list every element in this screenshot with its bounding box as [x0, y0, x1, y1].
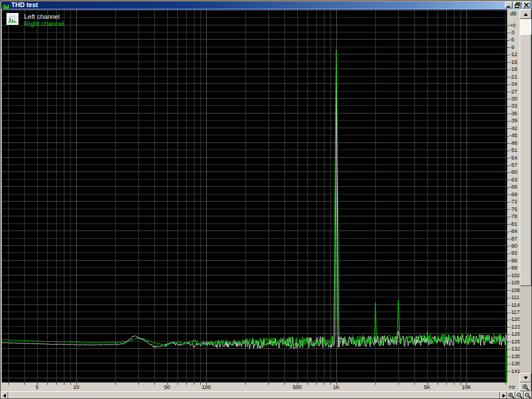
spectrum-plot: Left channel Right channel: [2, 9, 507, 382]
y-axis-tick: [507, 261, 509, 261]
y-axis-tick: [507, 209, 509, 210]
y-axis-label: -42: [510, 126, 517, 131]
window-controls: [505, 2, 530, 8]
y-axis-label: -63: [510, 177, 517, 183]
x-axis-tick: [64, 382, 64, 385]
scroll-right-button[interactable]: [500, 391, 507, 399]
x-axis-tick: [56, 382, 57, 385]
y-axis-tick: [507, 327, 509, 327]
y-axis-tick: [507, 62, 509, 63]
scroll-left-button[interactable]: [1, 391, 8, 399]
spectrum-legend-icon[interactable]: [7, 13, 19, 25]
y-axis-tick: [507, 194, 509, 195]
vertical-zoom-in-button[interactable]: [520, 382, 531, 391]
x-axis-tick: [177, 382, 178, 385]
y-axis-tick: [507, 349, 509, 350]
y-axis-label: -54: [510, 155, 517, 161]
y-axis-label: -66: [510, 184, 517, 190]
y-axis-tick: [507, 99, 509, 99]
y-axis-tick: [507, 70, 509, 70]
y-axis-label: -15: [510, 60, 517, 65]
y-axis-label: -72: [510, 199, 517, 205]
close-icon: [524, 2, 529, 8]
vertical-scroll-track-lower[interactable]: [520, 286, 531, 373]
y-axis-label: -87: [510, 236, 517, 242]
zoom-reset-button[interactable]: [524, 391, 532, 399]
x-axis-tick: [70, 382, 71, 385]
triangle-right-icon: [502, 394, 505, 398]
y-axis-label: -6: [510, 37, 514, 43]
x-axis-tick: [284, 382, 285, 385]
y-axis-label: -93: [510, 251, 517, 256]
y-axis-tick: [507, 121, 509, 122]
y-axis-label: -111: [510, 295, 520, 300]
spectrum-canvas: [2, 9, 507, 382]
y-axis-label: -81: [510, 222, 517, 227]
scroll-up-button[interactable]: [520, 9, 531, 19]
close-button[interactable]: [523, 2, 530, 8]
vertical-scrollbar: [520, 9, 531, 382]
y-axis-label: -75: [510, 207, 517, 212]
y-axis-tick: [507, 166, 509, 166]
x-axis-tick: [115, 382, 116, 385]
y-axis-tick: [507, 77, 509, 77]
y-axis-tick: [507, 40, 509, 41]
y-axis-tick: [507, 320, 509, 320]
horizontal-zoom-in-button[interactable]: [507, 391, 515, 399]
y-axis-tick: [507, 158, 509, 158]
y-axis-tick: [507, 254, 509, 254]
legend: Left channel Right channel: [7, 13, 64, 27]
x-axis-tick: [154, 382, 155, 385]
y-axis-tick: [507, 246, 509, 246]
x-axis-tick: [437, 382, 438, 385]
x-axis-tick: [138, 382, 139, 385]
y-axis-tick: [507, 356, 509, 357]
y-axis-tick: [507, 283, 509, 284]
y-axis-label: -51: [510, 148, 517, 153]
minimize-button[interactable]: [505, 2, 512, 8]
legend-left-channel-label: Left channel: [24, 13, 64, 20]
y-axis-label: -99: [510, 265, 517, 271]
x-axis-tick: [24, 382, 25, 385]
horizontal-scrollbar: [1, 391, 507, 399]
y-axis-label: -69: [510, 192, 517, 197]
y-axis-label: -135: [510, 354, 520, 359]
y-axis-label: -39: [510, 118, 517, 124]
y-axis-label: -132: [510, 346, 520, 352]
restore-button[interactable]: [514, 2, 521, 8]
magnifier-plus-icon: [522, 384, 530, 391]
horizontal-zoom-out-button[interactable]: [515, 391, 524, 399]
scroll-down-button[interactable]: [520, 373, 531, 382]
x-axis-tick: [268, 382, 269, 385]
magnifier-minus-icon: [524, 392, 531, 399]
window-title: THD test: [11, 1, 38, 9]
y-axis-label: -18: [510, 67, 517, 72]
y-axis-label: -102: [510, 273, 520, 278]
y-axis-label: -114: [510, 303, 520, 308]
title-bar[interactable]: THD test: [1, 1, 531, 9]
y-axis-tick: [507, 151, 509, 151]
x-axis-tick: [8, 382, 9, 385]
legend-right-channel-label: Right channel: [24, 20, 64, 27]
y-axis-label: +0: [510, 23, 515, 28]
x-axis-label: 50: [164, 384, 170, 390]
x-axis-tick: [316, 382, 317, 385]
x-axis-tick: [324, 382, 325, 385]
y-axis-label: -12: [510, 52, 517, 57]
y-axis-tick: [507, 187, 509, 188]
x-axis-tick: [446, 382, 447, 385]
y-axis-tick: [507, 224, 509, 225]
y-axis-tick: [507, 364, 509, 365]
y-axis-label: -60: [510, 170, 517, 175]
vertical-scroll-track-upper[interactable]: [520, 19, 531, 34]
y-axis-label: -27: [510, 89, 517, 95]
y-axis-tick: [507, 180, 509, 180]
y-axis-tick: [507, 305, 509, 306]
horizontal-scroll-thumb[interactable]: [8, 391, 500, 399]
y-axis-tick: [507, 113, 509, 114]
y-axis-label: -117: [510, 310, 520, 315]
vertical-scroll-thumb[interactable]: [520, 34, 531, 286]
y-axis-tick: [507, 239, 509, 239]
y-axis-tick: [507, 232, 509, 232]
y-axis-label: -21: [510, 74, 517, 80]
